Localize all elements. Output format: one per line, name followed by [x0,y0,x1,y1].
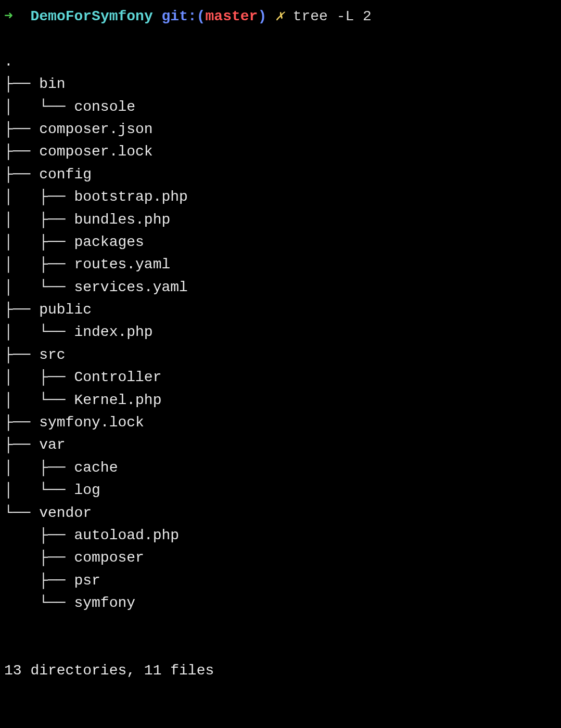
prompt-git-label: git: [162,8,197,24]
prompt-arrow-icon: ➜ [4,8,13,24]
tree-output: . ├── bin │ └── console ├── composer.jso… [4,28,557,637]
prompt-command[interactable]: tree -L 2 [293,8,372,24]
shell-prompt-line: ➜ DemoForSymfony git:(master) ✗ tree -L … [4,5,557,28]
prompt-branch: master [206,8,258,24]
prompt-cwd: DemoForSymfony [30,8,152,24]
prompt-open-paren: ( [197,8,206,24]
prompt-dirty-icon: ✗ [275,8,284,24]
tree-lines: ├── bin │ └── console ├── composer.json … [4,73,557,614]
tree-summary: 13 directories, 11 files [4,659,557,682]
prompt-close-paren: ) [258,8,266,24]
tree-root: . [4,54,13,70]
